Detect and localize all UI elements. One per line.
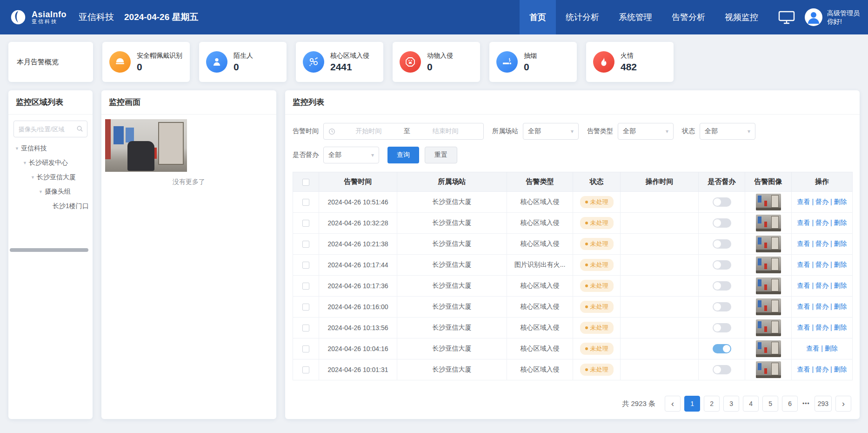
action-separator: | [828, 324, 834, 331]
tree-node-2[interactable]: ▼ 长沙亚信大厦 [8, 170, 93, 184]
nav-item-2[interactable]: 系统管理 [609, 0, 662, 34]
row-checkbox[interactable] [302, 283, 309, 290]
row-checkbox[interactable] [302, 220, 309, 227]
page-button-5[interactable]: 5 [762, 396, 778, 412]
action-supervise-link[interactable]: 督办 [815, 303, 828, 310]
action-supervise-link[interactable]: 督办 [815, 240, 828, 247]
alarm-image-thumbnail[interactable] [756, 257, 781, 273]
supervise-toggle[interactable] [713, 365, 731, 374]
action-view-link[interactable]: 查看 [797, 261, 810, 268]
stranger-icon [206, 51, 227, 73]
supervise-toggle[interactable] [713, 260, 731, 270]
page-button-3[interactable]: 3 [723, 396, 739, 412]
action-supervise-link[interactable]: 督办 [815, 261, 828, 268]
user-menu[interactable]: 高级管理员 你好! [804, 8, 860, 27]
supervise-toggle[interactable] [713, 281, 731, 291]
action-delete-link[interactable]: 删除 [834, 303, 847, 310]
page-button-4[interactable]: 4 [743, 396, 759, 412]
horizontal-scrollbar[interactable] [10, 248, 88, 252]
row-checkbox[interactable] [302, 241, 309, 248]
action-delete-link[interactable]: 删除 [825, 345, 838, 352]
action-view-link[interactable]: 查看 [797, 365, 810, 373]
alarm-image-thumbnail[interactable] [756, 194, 781, 210]
alarm-image-thumbnail[interactable] [756, 215, 781, 231]
query-button[interactable]: 查询 [387, 147, 419, 163]
nav-item-0[interactable]: 首页 [520, 0, 556, 34]
row-checkbox[interactable] [302, 199, 309, 206]
supervise-toggle[interactable] [713, 344, 731, 353]
end-time-input[interactable]: 结束时间 [412, 127, 479, 135]
select-all-checkbox[interactable] [302, 179, 309, 186]
status-badge: 未处理 [580, 217, 614, 229]
action-view-link[interactable]: 查看 [797, 324, 810, 331]
alarm-image-thumbnail[interactable] [756, 277, 781, 294]
alarm-image-thumbnail[interactable] [756, 298, 781, 315]
action-delete-link[interactable]: 删除 [834, 365, 847, 373]
action-view-link[interactable]: 查看 [797, 219, 810, 226]
supervise-toggle[interactable] [713, 239, 731, 249]
action-supervise-link[interactable]: 督办 [815, 324, 828, 331]
action-view-link[interactable]: 查看 [797, 303, 810, 310]
camera-preview-thumbnail[interactable] [105, 119, 187, 172]
start-time-input[interactable]: 开始时间 [335, 127, 402, 135]
station-select[interactable]: 全部 ▾ [523, 123, 579, 140]
supervise-toggle[interactable] [713, 218, 731, 228]
action-view-link[interactable]: 查看 [797, 282, 810, 289]
action-delete-link[interactable]: 删除 [834, 219, 847, 226]
row-checkbox[interactable] [302, 366, 309, 373]
more-pages-icon[interactable]: ••• [801, 400, 811, 407]
screen-monitor-icon[interactable] [778, 10, 795, 24]
next-page-button[interactable]: › [835, 396, 851, 412]
alarm-time-range-picker[interactable]: 开始时间 至 结束时间 [323, 123, 484, 140]
supervise-toggle[interactable] [713, 197, 731, 207]
prev-page-button[interactable]: ‹ [665, 396, 681, 412]
action-delete-link[interactable]: 删除 [834, 324, 847, 331]
action-delete-link[interactable]: 删除 [834, 282, 847, 289]
row-checkbox[interactable] [302, 304, 309, 311]
alarm-station-cell: 长沙亚信大厦 [397, 276, 507, 297]
action-delete-link[interactable]: 删除 [834, 198, 847, 205]
nav-item-3[interactable]: 告警分析 [662, 0, 715, 34]
action-view-link[interactable]: 查看 [797, 240, 810, 247]
caret-down-icon[interactable]: ▼ [21, 161, 29, 165]
action-view-link[interactable]: 查看 [797, 198, 810, 205]
tree-node-1[interactable]: ▼ 长沙研发中心 [8, 156, 93, 170]
nav-item-4[interactable]: 视频监控 [715, 0, 768, 34]
tree-node-3[interactable]: ▼ 摄像头组 [8, 184, 93, 199]
action-supervise-link[interactable]: 督办 [815, 365, 828, 373]
alarm-image-thumbnail[interactable] [756, 236, 781, 252]
action-supervise-link[interactable]: 督办 [815, 282, 828, 289]
row-checkbox[interactable] [302, 262, 309, 269]
stat-value: 0 [524, 61, 537, 73]
row-checkbox[interactable] [302, 345, 309, 352]
page-button-2[interactable]: 2 [704, 396, 720, 412]
row-checkbox[interactable] [302, 325, 309, 332]
caret-down-icon[interactable]: ▼ [37, 189, 45, 194]
alarm-image-thumbnail[interactable] [756, 340, 781, 357]
action-view-link[interactable]: 查看 [806, 345, 819, 352]
reset-button[interactable]: 重置 [425, 147, 457, 163]
action-delete-link[interactable]: 删除 [834, 240, 847, 247]
caret-down-icon[interactable]: ▼ [29, 175, 37, 180]
tree-node-0[interactable]: ▼ 亚信科技 [8, 141, 93, 156]
tree-node-4[interactable]: 长沙1楼门口 [8, 199, 93, 213]
page-button-293[interactable]: 293 [815, 396, 832, 412]
row-actions: 查看 | 督办 | 删除 [792, 297, 853, 318]
action-supervise-link[interactable]: 督办 [815, 219, 828, 226]
page-button-6[interactable]: 6 [782, 396, 798, 412]
action-supervise-link[interactable]: 督办 [815, 198, 828, 205]
row-actions: 查看 | 督办 | 删除 [792, 213, 853, 234]
caret-down-icon[interactable]: ▼ [13, 146, 21, 151]
column-header: 操作时间 [621, 172, 699, 192]
supervise-toggle[interactable] [713, 302, 731, 311]
page-button-1[interactable]: 1 [684, 396, 700, 412]
supervise-select[interactable]: 全部 ▾ [323, 147, 379, 163]
alarm-image-thumbnail[interactable] [756, 361, 781, 378]
alarm-type-select[interactable]: 全部 ▾ [618, 123, 674, 140]
supervise-toggle[interactable] [713, 323, 731, 332]
status-select[interactable]: 全部 ▾ [700, 123, 755, 140]
action-delete-link[interactable]: 删除 [834, 261, 847, 268]
alarm-image-thumbnail[interactable] [756, 319, 781, 336]
search-icon[interactable] [76, 125, 83, 134]
nav-item-1[interactable]: 统计分析 [556, 0, 609, 34]
